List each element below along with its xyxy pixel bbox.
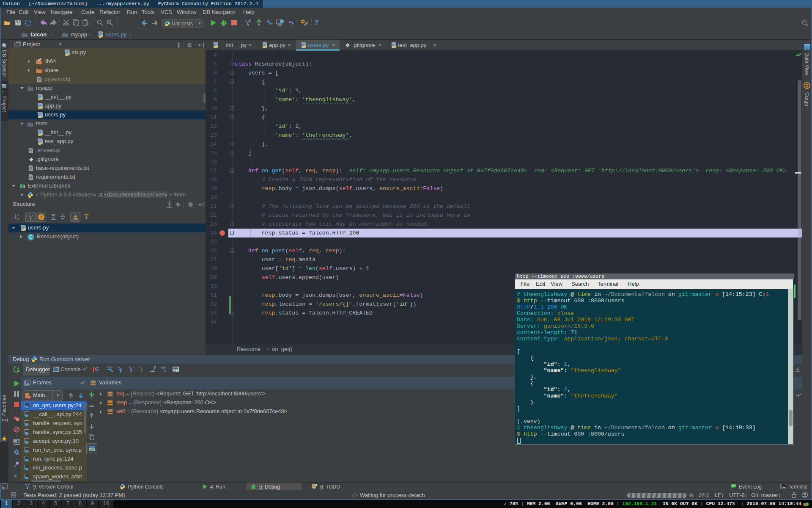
- svg-text:z: z: [17, 217, 19, 220]
- svg-text:A: A: [108, 21, 110, 24]
- svg-text:9+: 9+: [732, 484, 735, 487]
